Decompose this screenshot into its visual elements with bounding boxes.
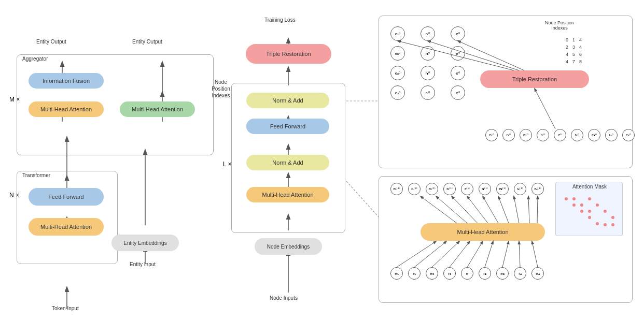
multi-head-bottom-pill: Multi-Head Attention [29, 218, 104, 236]
bottom-right-box: e₁⁽¹⁾ r₁⁽²⁾ e₂⁽¹⁾ r₂⁽¹⁾ e⁽¹⁾ r₃⁽¹⁾ e₃⁽¹⁾… [379, 176, 633, 303]
node-row-r4: r₄⁰ [605, 129, 618, 141]
svg-line-50 [452, 196, 478, 223]
node-in-e4: e₄ [531, 267, 544, 280]
svg-line-39 [397, 241, 436, 267]
norm-add-bottom-pill: Norm & Add [246, 155, 329, 170]
node-in-e1: e₁ [390, 267, 403, 280]
attention-mask-label: Attention Mask [556, 182, 623, 191]
aggregator-box: Information Fusion Multi-Head Attention … [17, 54, 214, 155]
node-row-e: e⁰ [554, 129, 566, 141]
node-inputs-label: Node Inputs [270, 295, 298, 301]
svg-point-36 [596, 222, 599, 225]
node-row-r2: r₂⁰ [537, 129, 549, 141]
node-row-r1: r₁⁰ [502, 129, 515, 141]
node-r2-0: r₂⁰ [421, 46, 435, 61]
svg-line-52 [483, 196, 498, 223]
svg-line-55 [528, 196, 529, 223]
node-r4-0: r₄⁰ [421, 85, 435, 100]
node-r1-0: r₁⁰ [421, 26, 435, 41]
svg-line-23 [458, 41, 524, 70]
svg-point-38 [611, 223, 614, 226]
entity-embeddings-box: Entity Embeddings [111, 235, 179, 251]
node-row-e3: e₃⁰ [588, 129, 600, 141]
svg-line-54 [514, 196, 519, 223]
svg-line-24 [535, 89, 555, 129]
node-out-e4-1: e₄⁽¹⁾ [531, 183, 544, 195]
svg-line-51 [467, 196, 488, 223]
transformer-label: Transformer [21, 172, 52, 178]
node-e3-0: e₃⁰ [390, 66, 405, 80]
svg-point-29 [580, 203, 583, 207]
node-out-e2-1: e₂⁽¹⁾ [426, 183, 438, 195]
svg-line-53 [498, 196, 509, 223]
svg-line-46 [519, 241, 520, 267]
attention-mask-box: Attention Mask [555, 182, 623, 236]
entity-input-label: Entity Input [130, 261, 156, 267]
node-in-r1: r₁ [408, 267, 421, 280]
svg-line-49 [436, 196, 467, 223]
svg-point-34 [588, 216, 591, 219]
node-er2-0: e⁰ [451, 46, 465, 61]
svg-line-56 [537, 196, 538, 223]
node-e4-0: e₄⁰ [390, 85, 405, 100]
svg-line-47 [532, 241, 538, 267]
node-out-r3-1: r₃⁽¹⁾ [479, 183, 491, 195]
svg-point-37 [604, 223, 607, 226]
feed-forward-bottom-pill: Feed Forward [29, 188, 104, 206]
entity-output-left-label: Entity Output [36, 39, 66, 45]
node-position-indexes-left-label: Node PositionIndexes [205, 79, 236, 99]
svg-line-41 [432, 241, 459, 267]
node-out-e3-1: e₃⁽¹⁾ [496, 183, 509, 195]
node-row-e2: e₂⁰ [520, 129, 532, 141]
svg-line-45 [502, 241, 509, 267]
multi-head-right-bottom-pill: Multi-Head Attention [421, 223, 545, 241]
svg-point-30 [596, 203, 599, 207]
center-transformer-box: Norm & Add Feed Forward Norm & Add Multi… [231, 83, 345, 233]
feed-forward-center-pill: Feed Forward [246, 119, 329, 134]
node-in-r3: r₃ [479, 267, 491, 280]
svg-line-48 [421, 196, 457, 223]
l-times-label: L × [223, 161, 232, 168]
svg-point-26 [572, 197, 576, 200]
node-in-r4: r₄ [514, 267, 526, 280]
node-position-indexes-right-label: Node PositionIndexes [545, 20, 574, 31]
svg-line-22 [428, 41, 519, 70]
transformer-box: Feed Forward Multi-Head Attention [17, 171, 118, 264]
entity-output-right-label: Entity Output [132, 39, 162, 45]
aggregator-label: Aggregator [21, 56, 49, 62]
token-input-label: Token Input [52, 306, 79, 311]
attention-mask-dots [556, 194, 623, 235]
svg-line-43 [467, 241, 483, 267]
node-out-e-1: e⁽¹⁾ [461, 183, 473, 195]
node-e1-0: e₁⁰ [390, 26, 405, 41]
multi-head-center-pill: Multi-Head Attention [246, 187, 329, 202]
training-loss-label: Training Loss [264, 17, 296, 23]
multi-head-left-pill: Multi-Head Attention [29, 101, 104, 117]
information-fusion-pill: Information Fusion [29, 73, 104, 89]
node-out-e1-1: e₁⁽¹⁾ [390, 183, 403, 195]
norm-add-top-pill: Norm & Add [246, 93, 329, 108]
node-row-e4: e₄⁰ [622, 129, 635, 141]
triple-restoration-right-pill: Triple Restoration [480, 70, 589, 88]
node-out-r1-2: r₁⁽²⁾ [408, 183, 421, 195]
node-er4-0: e⁰ [451, 85, 465, 100]
svg-point-32 [588, 210, 591, 213]
node-er3-0: e⁰ [451, 66, 465, 80]
triple-restoration-top-pill: Triple Restoration [246, 44, 331, 64]
node-in-e3: e₃ [496, 267, 509, 280]
svg-point-35 [611, 216, 614, 219]
node-er1-0: e⁰ [451, 26, 465, 41]
node-in-e2: e₂ [426, 267, 438, 280]
top-right-box: e₁⁰ e₂⁰ e₃⁰ e₄⁰ r₁⁰ r₂⁰ r₃⁰ r₄⁰ e⁰ e⁰ e⁰… [379, 16, 633, 168]
node-in-e: e [461, 267, 473, 280]
top-right-svg [379, 16, 633, 169]
svg-line-44 [485, 241, 493, 267]
node-r3-0: r₃⁰ [421, 66, 435, 80]
node-row-e1: e₁⁰ [485, 129, 498, 141]
node-out-r2-1: r₂⁽¹⁾ [443, 183, 456, 195]
svg-point-31 [580, 210, 583, 213]
svg-point-27 [588, 197, 591, 200]
node-out-r4-1: r₄⁽¹⁾ [514, 183, 526, 195]
position-table: 014 234 456 478 [563, 36, 584, 66]
node-embeddings-box: Node Embeddings [255, 238, 322, 255]
